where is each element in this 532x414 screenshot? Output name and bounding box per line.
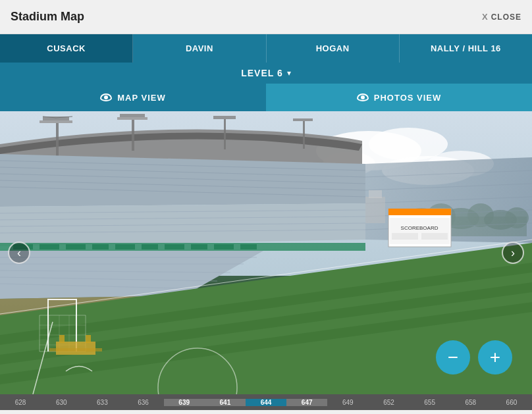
svg-rect-18 (132, 115, 134, 151)
map-view-button[interactable]: MAP VIEW (0, 84, 266, 111)
seat-number[interactable]: 636 (122, 399, 163, 406)
svg-rect-37 (66, 244, 86, 249)
svg-rect-62 (59, 335, 65, 343)
svg-rect-77 (369, 190, 382, 198)
map-view-label: MAP VIEW (117, 93, 166, 103)
svg-rect-39 (115, 244, 135, 249)
left-arrow-icon: ‹ (17, 246, 21, 260)
svg-rect-13 (56, 118, 59, 157)
close-label: CLOSE (491, 13, 521, 22)
svg-rect-43 (214, 244, 234, 249)
seat-number[interactable]: 660 (491, 399, 532, 406)
header: Stadium Map X CLOSE (0, 0, 532, 34)
close-x-icon: X (482, 12, 489, 22)
stand-tabs: CUSACK DAVIN HOGAN NALLY / HILL 16 (0, 34, 532, 63)
svg-rect-21 (224, 116, 226, 149)
seat-number[interactable]: 658 (450, 399, 491, 406)
svg-rect-15 (40, 120, 72, 123)
chevron-down-icon: ▾ (287, 68, 291, 78)
seat-number[interactable]: 649 (327, 399, 368, 406)
svg-rect-24 (293, 118, 313, 121)
svg-rect-76 (365, 197, 385, 223)
close-button[interactable]: X CLOSE (482, 12, 521, 22)
view-toggle: MAP VIEW PHOTOS VIEW (0, 84, 532, 111)
seat-number[interactable]: 633 (82, 399, 122, 406)
next-arrow[interactable]: › (502, 242, 524, 264)
tab-hogan[interactable]: HOGAN (267, 34, 400, 63)
tab-nally[interactable]: NALLY / HILL 16 (400, 34, 532, 63)
seat-number[interactable]: 655 (410, 399, 450, 406)
seat-number[interactable]: 647 (286, 399, 327, 406)
page-title: Stadium Map (11, 10, 84, 24)
seat-number[interactable]: 628 (0, 399, 41, 406)
svg-rect-19 (120, 114, 145, 117)
seat-number[interactable]: 652 (368, 399, 409, 406)
zoom-in-button[interactable]: + (478, 340, 512, 375)
svg-rect-64 (49, 348, 102, 351)
svg-rect-75 (421, 233, 448, 240)
svg-rect-40 (142, 244, 158, 249)
seat-numbers-bar: 628630633636639641644647649652655658660 (0, 394, 532, 410)
seat-number[interactable]: 641 (205, 399, 246, 406)
svg-rect-74 (392, 233, 418, 240)
right-arrow-icon: › (511, 246, 515, 260)
zoom-out-button[interactable]: − (436, 340, 470, 375)
svg-text:SCOREBOARD: SCOREBOARD (401, 225, 439, 231)
svg-rect-53 (47, 299, 77, 300)
eye-icon-photos (357, 93, 369, 101)
seat-number[interactable]: 644 (246, 399, 286, 406)
seat-number[interactable]: 630 (41, 399, 82, 406)
eye-icon-map (100, 93, 112, 101)
zoom-controls: − + (436, 340, 512, 375)
photos-view-button[interactable]: PHOTOS VIEW (266, 84, 532, 111)
svg-rect-20 (117, 117, 147, 120)
svg-rect-22 (213, 116, 236, 119)
svg-rect-63 (86, 335, 91, 343)
svg-rect-36 (40, 244, 59, 249)
svg-rect-38 (92, 244, 109, 249)
svg-rect-23 (303, 119, 305, 149)
level-selector[interactable]: LEVEL 6 ▾ (0, 63, 532, 84)
svg-rect-71 (388, 209, 451, 215)
seat-number[interactable]: 639 (164, 399, 205, 406)
photos-view-label: PHOTOS VIEW (374, 93, 442, 103)
prev-arrow[interactable]: ‹ (8, 242, 30, 264)
svg-rect-72 (390, 218, 450, 244)
tab-cusack[interactable]: CUSACK (0, 34, 133, 63)
svg-rect-41 (165, 244, 184, 249)
level-label: LEVEL 6 (241, 68, 283, 78)
svg-rect-42 (191, 244, 207, 249)
svg-rect-44 (240, 244, 257, 249)
stadium-image-area: SCOREBOARD ‹ › − + (0, 111, 532, 394)
tab-davin[interactable]: DAVIN (133, 34, 266, 63)
